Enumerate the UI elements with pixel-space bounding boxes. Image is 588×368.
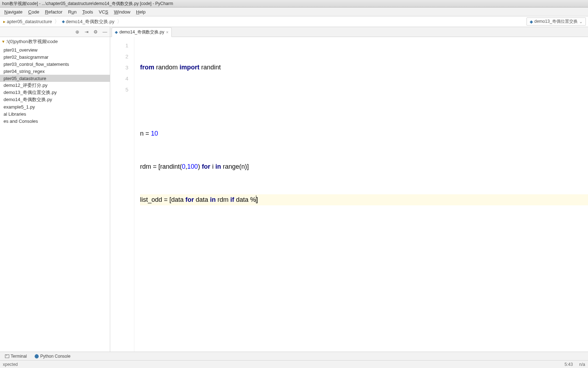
run-configuration-dropdown[interactable]: ◆ demo13_奇偶位置交换 ⌄ [526,17,586,26]
breadcrumb-label: apter05_datastructure [7,19,52,24]
tree-item-folder[interactable]: pter04_string_regex [0,68,110,75]
close-icon[interactable]: × [166,30,169,35]
menu-help[interactable]: Help [133,9,149,15]
editor-tab-bar: ◆ demo14_奇偶数交换.py × [110,27,588,37]
bottom-tool-tabs: Terminal ⬤ Python Console [0,352,588,360]
code-line: n = 10 [140,128,588,139]
editor-body[interactable]: 1 2 3 4 5 from random import randint n =… [110,37,588,352]
menu-vcs[interactable]: VCS [96,9,111,15]
line-number: 1 [110,40,128,51]
line-number-gutter: 1 2 3 4 5 [110,37,134,352]
editor-area: ◆ demo14_奇偶数交换.py × 1 2 3 4 5 from rando… [110,27,588,352]
line-number: 3 [110,62,128,73]
line-number: 5 [110,84,128,95]
file-encoding[interactable]: n/a [579,362,585,367]
chevron-right-icon: 〉 [54,19,59,25]
menu-tools[interactable]: Tools [79,9,96,15]
line-number: 4 [110,73,128,84]
window-title-bar: hon教学视频\code] - ...\chapter05_datastruct… [0,0,588,7]
tree-item-file[interactable]: demo12_评委打分.py [0,82,110,89]
cursor-position[interactable]: 5:43 [565,362,573,367]
collapse-icon[interactable]: ⇥ [83,28,90,36]
breadcrumb-folder[interactable]: ▸ apter05_datastructure [2,19,53,25]
python-console-tab[interactable]: ⬤ Python Console [31,353,74,359]
breadcrumb-label: demo14_奇偶数交换.py [66,19,114,25]
chevron-right-icon: 〉 [117,19,122,25]
text-cursor [256,195,256,203]
python-file-icon: ◆ [530,19,533,24]
tree-item-file[interactable]: demo14_奇偶数交换.py [0,96,110,103]
status-right: 5:43 n/a [565,362,585,367]
project-root-label: :\(0)python教学视频\code [6,39,58,44]
line-number: 2 [110,51,128,62]
code-line: from random import randint [140,62,588,73]
menu-navigate[interactable]: Navigate [1,9,25,15]
code-content[interactable]: from random import randint n = 10 rdm = … [134,37,588,352]
main-area: ⊕ ⇥ ⚙ — ▾ :\(0)python教学视频\code pter01_ov… [0,27,588,352]
code-line: rdm = [randint(0,100) for i in range(n)] [140,161,588,172]
breadcrumb: ▸ apter05_datastructure 〉 ◆ demo14_奇偶数交换… [2,18,122,25]
tree-item-file[interactable]: example5_1.py [0,103,110,110]
terminal-tab[interactable]: Terminal [1,353,30,359]
python-file-icon: ◆ [62,19,65,24]
tree-item-libraries[interactable]: al Libraries [0,110,110,117]
menu-window[interactable]: Window [111,9,133,15]
project-root[interactable]: ▾ :\(0)python教学视频\code [0,37,110,46]
run-configuration-label: demo13_奇偶位置交换 [534,19,578,25]
project-tree[interactable]: pter01_overview pter02_basicgrammar pter… [0,46,110,352]
terminal-tab-label: Terminal [11,354,27,359]
status-bar: xpected 5:43 n/a [0,360,588,368]
python-console-label: Python Console [40,354,70,359]
locate-icon[interactable]: ⊕ [74,28,81,36]
tree-item-folder[interactable]: pter01_overview [0,46,110,53]
tree-item-consoles[interactable]: es and Consoles [0,117,110,125]
python-file-icon: ◆ [115,30,118,35]
window-title: hon教学视频\code] - ...\chapter05_datastruct… [2,1,173,7]
minimize-icon[interactable]: — [101,28,108,36]
folder-icon: ▸ [3,19,6,24]
navigation-bar: ▸ apter05_datastructure 〉 ◆ demo14_奇偶数交换… [0,16,588,27]
terminal-icon [5,354,9,358]
project-sidebar: ⊕ ⇥ ⚙ — ▾ :\(0)python教学视频\code pter01_ov… [0,27,110,352]
menu-code[interactable]: Code [25,9,42,15]
editor-tab-label: demo14_奇偶数交换.py [119,29,164,35]
tree-item-folder[interactable]: pter03_control_flow_statements [0,61,110,68]
chevron-down-icon: ⌄ [579,19,583,24]
gear-icon[interactable]: ⚙ [92,28,99,36]
python-icon: ⬤ [34,354,39,358]
status-message: xpected [3,362,18,367]
editor-tab[interactable]: ◆ demo14_奇偶数交换.py × [112,27,172,37]
sidebar-toolbar: ⊕ ⇥ ⚙ — [0,27,110,37]
menu-refactor[interactable]: Refactor [42,9,65,15]
code-line [140,95,588,106]
breadcrumb-file[interactable]: ◆ demo14_奇偶数交换.py [61,18,116,25]
tree-item-file[interactable]: demo13_奇偶位置交换.py [0,89,110,96]
tree-item-folder[interactable]: pter02_basicgrammar [0,53,110,61]
menu-run[interactable]: Run [65,9,80,15]
folder-icon: ▾ [2,39,5,44]
menu-bar: Navigate Code Refactor Run Tools VCS Win… [0,7,588,16]
code-line-current: list_odd = [data for data in rdm if data… [140,194,588,205]
tree-item-folder-selected[interactable]: pter05_datastructure [0,75,110,82]
